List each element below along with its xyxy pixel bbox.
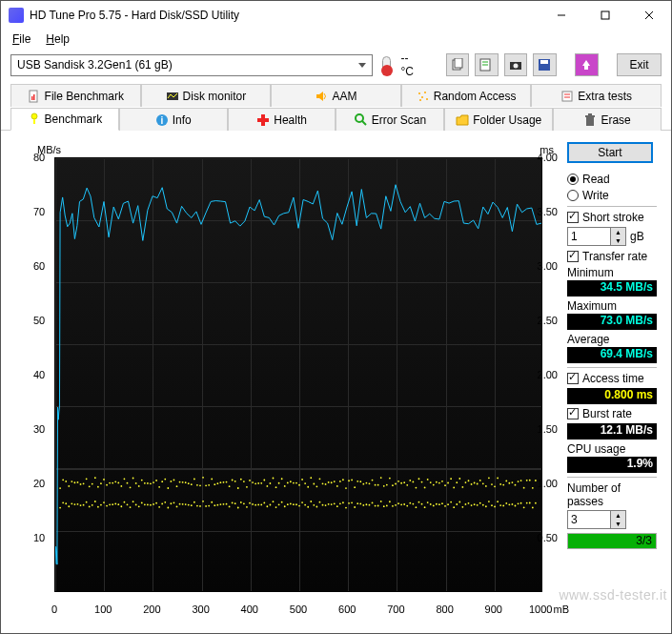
tabs-row-top: File Benchmark Disk monitor AAM Random A…: [1, 81, 671, 106]
svg-point-146: [377, 484, 379, 486]
tab-random-access[interactable]: Random Access: [401, 84, 532, 107]
svg-point-227: [135, 504, 137, 506]
svg-point-40: [68, 485, 70, 487]
svg-point-231: [147, 504, 149, 506]
svg-point-63: [135, 482, 137, 484]
svg-point-337: [456, 503, 458, 505]
close-button[interactable]: [627, 1, 671, 30]
svg-point-124: [313, 483, 315, 485]
spin-up-icon[interactable]: ▲: [611, 511, 625, 520]
svg-point-76: [173, 480, 175, 481]
svg-point-254: [214, 504, 215, 506]
short-stroke-check[interactable]: Short stroke: [567, 211, 657, 224]
svg-point-206: [74, 503, 76, 505]
svg-point-126: [319, 478, 321, 480]
start-button[interactable]: Start: [567, 142, 653, 163]
svg-point-326: [424, 506, 426, 508]
cpu-usage-value: 1.9%: [567, 457, 657, 473]
svg-point-91: [216, 482, 218, 484]
svg-point-131: [334, 481, 336, 482]
tab-benchmark[interactable]: Benchmark: [10, 108, 119, 131]
svg-point-52: [103, 479, 105, 481]
svg-point-102: [249, 480, 251, 481]
svg-point-190: [505, 481, 507, 482]
svg-point-262: [237, 507, 239, 509]
svg-point-295: [334, 502, 336, 504]
svg-point-263: [240, 501, 242, 503]
tab-aam[interactable]: AAM: [271, 84, 401, 107]
svg-point-304: [359, 502, 361, 504]
svg-point-354: [505, 502, 507, 504]
svg-point-251: [205, 505, 207, 507]
exit-button[interactable]: Exit: [617, 53, 662, 76]
transfer-rate-check[interactable]: Transfer rate: [567, 250, 657, 263]
read-radio[interactable]: Read: [567, 173, 657, 186]
menu-help[interactable]: Help: [42, 31, 73, 48]
spin-down-icon[interactable]: ▼: [611, 236, 625, 245]
short-stroke-spinner[interactable]: ▲▼ gB: [567, 227, 657, 246]
minimize-button[interactable]: [540, 1, 583, 30]
svg-point-207: [77, 503, 79, 505]
svg-point-57: [117, 482, 119, 484]
svg-point-298: [342, 501, 344, 503]
svg-point-133: [339, 481, 341, 482]
spin-up-icon[interactable]: ▲: [611, 228, 625, 236]
svg-point-309: [375, 505, 377, 507]
maximum-label: Maximum: [567, 299, 657, 313]
spin-down-icon[interactable]: ▼: [611, 520, 625, 528]
svg-point-32: [356, 114, 363, 122]
svg-point-130: [331, 481, 333, 483]
svg-point-188: [499, 483, 501, 485]
svg-point-253: [211, 501, 213, 503]
svg-point-117: [293, 482, 295, 484]
tab-folder-usage[interactable]: Folder Usage: [444, 108, 553, 131]
svg-point-235: [158, 506, 160, 508]
average-value: 69.4 MB/s: [567, 347, 657, 363]
tab-file-benchmark[interactable]: File Benchmark: [10, 84, 141, 107]
access-time-check[interactable]: Access time: [567, 372, 657, 385]
svg-point-182: [482, 482, 484, 484]
tab-erase[interactable]: Erase: [553, 108, 662, 131]
svg-point-325: [421, 503, 423, 505]
write-radio[interactable]: Write: [567, 189, 657, 202]
svg-point-264: [243, 502, 245, 504]
svg-point-331: [438, 503, 440, 505]
menu-file[interactable]: File: [9, 31, 34, 48]
short-stroke-input[interactable]: [567, 227, 611, 246]
passes-input[interactable]: [567, 510, 611, 529]
maximum-value: 73.0 MB/s: [567, 314, 657, 330]
svg-point-237: [164, 501, 166, 503]
svg-point-44: [80, 483, 82, 485]
svg-point-297: [339, 502, 341, 504]
svg-point-321: [409, 502, 411, 504]
svg-point-361: [526, 502, 528, 504]
tab-info[interactable]: iInfo: [119, 108, 228, 131]
passes-spinner[interactable]: ▲▼: [567, 510, 657, 529]
save-button[interactable]: [533, 53, 556, 76]
svg-point-212: [92, 504, 93, 506]
svg-point-129: [328, 481, 330, 483]
svg-point-120: [301, 479, 303, 481]
burst-rate-check[interactable]: Burst rate: [567, 407, 657, 420]
tab-error-scan[interactable]: Error Scan: [336, 108, 444, 131]
svg-point-294: [331, 503, 333, 505]
svg-point-72: [161, 481, 163, 482]
options-button[interactable]: [575, 53, 598, 76]
tab-health[interactable]: Health: [228, 108, 336, 131]
screenshot-button[interactable]: [504, 53, 527, 76]
copy-text-button[interactable]: [475, 53, 498, 76]
svg-point-265: [246, 506, 248, 508]
svg-point-186: [494, 485, 496, 487]
copy-info-button[interactable]: [446, 53, 469, 76]
tab-extra-tests[interactable]: Extra tests: [531, 84, 662, 107]
svg-point-89: [211, 478, 213, 480]
svg-point-67: [147, 482, 149, 484]
drive-select[interactable]: USB Sandisk 3.2Gen1 (61 gB): [10, 54, 373, 76]
tab-disk-monitor[interactable]: Disk monitor: [141, 84, 272, 107]
svg-point-47: [89, 485, 91, 487]
svg-point-153: [397, 481, 399, 482]
svg-point-347: [485, 505, 487, 507]
svg-point-104: [255, 482, 256, 484]
svg-point-106: [260, 482, 262, 484]
maximize-button[interactable]: [583, 1, 627, 30]
